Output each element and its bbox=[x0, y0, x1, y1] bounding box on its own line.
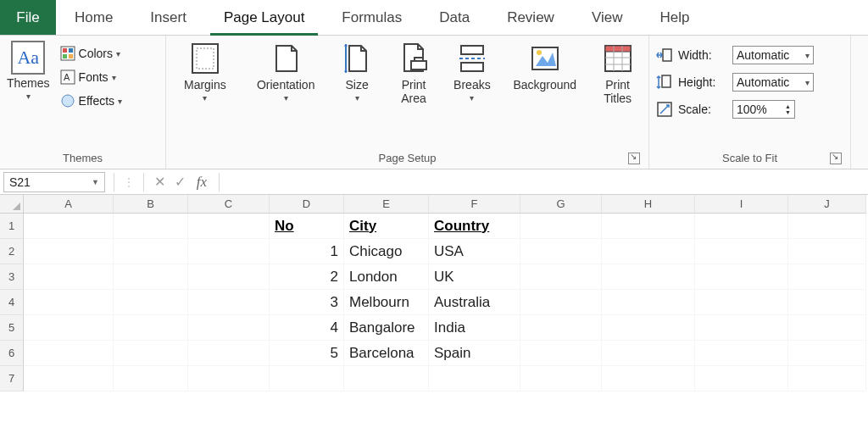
row-header[interactable]: 2 bbox=[0, 239, 24, 264]
cell[interactable] bbox=[188, 214, 270, 239]
tab-review[interactable]: Review bbox=[488, 0, 573, 35]
cell[interactable]: 5 bbox=[270, 341, 344, 366]
column-header[interactable]: A bbox=[24, 195, 114, 214]
row-header[interactable]: 4 bbox=[0, 290, 24, 315]
size-button[interactable]: Size ▾ bbox=[335, 41, 380, 103]
cell[interactable] bbox=[520, 214, 602, 239]
column-header[interactable]: E bbox=[344, 195, 429, 214]
cell[interactable] bbox=[602, 366, 695, 391]
column-header[interactable]: J bbox=[788, 195, 866, 214]
cell[interactable]: Spain bbox=[429, 341, 520, 366]
cell[interactable]: City bbox=[344, 214, 429, 239]
cell[interactable] bbox=[114, 290, 188, 315]
cell[interactable] bbox=[188, 341, 270, 366]
cell[interactable]: 3 bbox=[270, 290, 344, 315]
cell[interactable] bbox=[24, 264, 114, 290]
cell[interactable] bbox=[695, 239, 788, 264]
cell[interactable] bbox=[520, 366, 602, 391]
cell[interactable] bbox=[114, 341, 188, 366]
cell[interactable] bbox=[520, 264, 602, 290]
column-header[interactable]: G bbox=[520, 195, 602, 214]
cell[interactable] bbox=[114, 239, 188, 264]
breaks-button[interactable]: Breaks ▾ bbox=[448, 41, 496, 103]
cell[interactable] bbox=[429, 366, 520, 391]
cell[interactable]: Bangalore bbox=[344, 315, 429, 341]
cell[interactable] bbox=[602, 341, 695, 366]
effects-dropdown[interactable]: Effects ▾ bbox=[60, 90, 123, 112]
spinner-buttons[interactable]: ▲▼ bbox=[785, 103, 791, 115]
cell[interactable] bbox=[520, 341, 602, 366]
fonts-dropdown[interactable]: A Fonts ▾ bbox=[60, 66, 123, 88]
cell[interactable] bbox=[788, 341, 866, 366]
cell[interactable]: 4 bbox=[270, 315, 344, 341]
cell[interactable] bbox=[114, 214, 188, 239]
cell[interactable] bbox=[188, 239, 270, 264]
cell[interactable]: UK bbox=[429, 264, 520, 290]
cell[interactable]: USA bbox=[429, 239, 520, 264]
row-header[interactable]: 7 bbox=[0, 366, 24, 391]
background-button[interactable]: Background bbox=[506, 41, 583, 92]
tab-help[interactable]: Help bbox=[641, 0, 708, 35]
cell[interactable] bbox=[695, 315, 788, 341]
cell[interactable] bbox=[602, 315, 695, 341]
cell[interactable] bbox=[114, 366, 188, 391]
cell[interactable] bbox=[520, 315, 602, 341]
cell[interactable] bbox=[188, 315, 270, 341]
cell[interactable] bbox=[24, 341, 114, 366]
cell[interactable] bbox=[344, 366, 429, 391]
options-icon[interactable]: ⋮ bbox=[120, 175, 138, 189]
tab-home[interactable]: Home bbox=[56, 0, 131, 35]
cell[interactable] bbox=[695, 264, 788, 290]
cell[interactable] bbox=[602, 214, 695, 239]
cell[interactable]: Country bbox=[429, 214, 520, 239]
orientation-button[interactable]: Orientation ▾ bbox=[248, 41, 325, 103]
scale-spinner[interactable]: 100% ▲▼ bbox=[732, 100, 795, 119]
column-header[interactable]: B bbox=[114, 195, 188, 214]
select-all-corner[interactable] bbox=[0, 195, 24, 214]
cell[interactable]: India bbox=[429, 315, 520, 341]
cell[interactable]: Barcelona bbox=[344, 341, 429, 366]
cell[interactable]: 2 bbox=[270, 264, 344, 290]
cell[interactable]: Chicago bbox=[344, 239, 429, 264]
column-header[interactable]: H bbox=[602, 195, 695, 214]
column-header[interactable]: F bbox=[429, 195, 520, 214]
cell[interactable] bbox=[788, 315, 866, 341]
cell[interactable]: Australia bbox=[429, 290, 520, 315]
column-header[interactable]: D bbox=[270, 195, 344, 214]
cell[interactable] bbox=[602, 239, 695, 264]
colors-dropdown[interactable]: Colors ▾ bbox=[60, 42, 123, 64]
cancel-icon[interactable]: ✕ bbox=[149, 174, 170, 190]
cell[interactable] bbox=[602, 264, 695, 290]
tab-formulas[interactable]: Formulas bbox=[323, 0, 420, 35]
formula-input[interactable] bbox=[225, 173, 868, 192]
tab-insert[interactable]: Insert bbox=[131, 0, 205, 35]
column-header[interactable]: I bbox=[695, 195, 788, 214]
column-header[interactable]: C bbox=[188, 195, 270, 214]
cell[interactable] bbox=[695, 214, 788, 239]
name-box[interactable]: S21 ▼ bbox=[3, 172, 105, 192]
width-dropdown[interactable]: Automatic ▾ bbox=[732, 46, 814, 64]
cell[interactable] bbox=[24, 315, 114, 341]
cell[interactable] bbox=[188, 264, 270, 290]
cell[interactable] bbox=[188, 366, 270, 391]
tab-view[interactable]: View bbox=[573, 0, 642, 35]
margins-button[interactable]: Margins ▾ bbox=[173, 41, 237, 103]
print-area-button[interactable]: Print Area bbox=[390, 41, 438, 105]
cell[interactable] bbox=[788, 290, 866, 315]
scale-to-fit-launcher[interactable] bbox=[830, 153, 842, 164]
cell[interactable] bbox=[788, 264, 866, 290]
fx-icon[interactable]: fx bbox=[190, 174, 214, 191]
row-header[interactable]: 6 bbox=[0, 341, 24, 366]
cell[interactable]: 1 bbox=[270, 239, 344, 264]
spreadsheet-grid[interactable]: 1234567 ABCDEFGHIJ NoCityCountry1Chicago… bbox=[0, 195, 868, 391]
cell[interactable] bbox=[114, 315, 188, 341]
cell[interactable]: No bbox=[270, 214, 344, 239]
cell[interactable] bbox=[24, 239, 114, 264]
cell[interactable] bbox=[520, 290, 602, 315]
page-setup-launcher[interactable] bbox=[628, 153, 640, 164]
row-header[interactable]: 5 bbox=[0, 315, 24, 341]
tab-file[interactable]: File bbox=[0, 0, 56, 35]
cell[interactable] bbox=[270, 366, 344, 391]
row-header[interactable]: 3 bbox=[0, 264, 24, 290]
cell[interactable] bbox=[695, 341, 788, 366]
